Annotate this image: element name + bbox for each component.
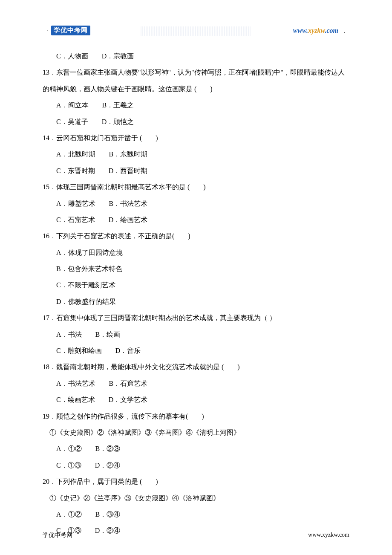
option-text: D．佛教盛行的结果 bbox=[56, 298, 116, 305]
question-19: 19．顾恺之创作的作品很多，流传下来的摹本有( ) bbox=[43, 408, 349, 425]
question-18-option-row: A．书法艺术 B．石窟艺术 bbox=[43, 376, 349, 392]
option-text: A．①② bbox=[56, 511, 82, 518]
url-part-domain: xyzkw bbox=[308, 27, 325, 34]
option-text: C．绘画艺术 bbox=[56, 396, 95, 403]
logo-text: 学优中考网 bbox=[51, 26, 90, 35]
logo-bullet-icon: · bbox=[47, 27, 49, 35]
question-15-option-row: C．石窟艺术 D．绘画艺术 bbox=[43, 212, 349, 228]
footer-left: 学优中考网 bbox=[43, 532, 72, 539]
option-text: C．石窟艺术 bbox=[56, 216, 95, 223]
question-13: 13．东晋一位画家主张画人物要"以形写神"，认为"传神写照，正在阿堵(眼睛)中"… bbox=[43, 64, 349, 97]
option-text: D．音乐 bbox=[115, 347, 141, 354]
question-14-option-row: A．北魏时期 B．东魏时期 bbox=[43, 146, 349, 162]
question-16-option-row: D．佛教盛行的结果 bbox=[43, 294, 349, 310]
question-16-option-row: C．不限于雕刻艺术 bbox=[43, 277, 349, 293]
option-text: B．书法艺术 bbox=[109, 200, 148, 207]
question-18-option-row: C．绘画艺术 D．文学艺术 bbox=[43, 392, 349, 408]
question-16: 16．下列关于石窟艺术的表述，不正确的是( ) bbox=[43, 228, 349, 244]
question-14-option-row: C．东晋时期 D．西晋时期 bbox=[43, 163, 349, 179]
question-19-option-row: C．①③ D．②④ bbox=[43, 457, 349, 474]
option-c: C．人物画 bbox=[56, 52, 88, 60]
question-20-option-row: A．①② B．③④ bbox=[43, 506, 349, 523]
question-13-option-row: C．吴道子 D．顾恺之 bbox=[43, 114, 349, 130]
site-url: www.xyzkw.com . bbox=[293, 27, 345, 35]
option-text: B．②③ bbox=[95, 445, 121, 452]
url-part-tld: .com bbox=[325, 27, 338, 34]
option-text: B．石窟艺术 bbox=[109, 380, 148, 387]
option-text: A．体现了田园诗意境 bbox=[56, 249, 123, 256]
option-d: D．宗教画 bbox=[102, 52, 134, 60]
option-text: C．东晋时期 bbox=[56, 167, 95, 174]
option-text: A．①② bbox=[56, 445, 82, 452]
option-text: B．东魏时期 bbox=[109, 150, 148, 158]
option-text: B．包含外来艺术特色 bbox=[56, 265, 122, 272]
question-15: 15．体现三国两晋南北朝时期最高艺术水平的是 ( ) bbox=[43, 179, 349, 195]
page-footer: 学优中考网 www.xyzkw.com bbox=[43, 532, 349, 539]
option-text: C．吴道子 bbox=[56, 118, 88, 125]
option-text: D．西晋时期 bbox=[109, 167, 148, 174]
question-20: 20．下列作品中，属于同类的是 ( ) bbox=[43, 474, 349, 490]
question-17-option-row: C．雕刻和绘画 D．音乐 bbox=[43, 343, 349, 359]
site-logo: · 学优中考网 bbox=[47, 26, 90, 35]
question-16-option-row: A．体现了田园诗意境 bbox=[43, 245, 349, 261]
footer-right: www.xyzkw.com bbox=[308, 532, 349, 539]
option-text: B．绘画 bbox=[95, 331, 121, 338]
exam-content: C．人物画 D．宗教画 13．东晋一位画家主张画人物要"以形写神"，认为"传神写… bbox=[43, 48, 349, 539]
option-text: A．雕塑艺术 bbox=[56, 200, 95, 207]
question-17: 17．石窟集中体现了三国两晋南北朝时期杰出的艺术成就，其主要表现为（ ） bbox=[43, 310, 349, 326]
option-text: C．雕刻和绘画 bbox=[56, 347, 102, 354]
question-13-option-row: A．阎立本 B．王羲之 bbox=[43, 97, 349, 113]
option-text: C．不限于雕刻艺术 bbox=[56, 281, 115, 289]
question-16-option-row: B．包含外来艺术特色 bbox=[43, 261, 349, 277]
option-text: A．阎立本 bbox=[56, 101, 89, 109]
url-trail-dot: . bbox=[343, 27, 345, 34]
option-text: D．绘画艺术 bbox=[109, 216, 148, 223]
option-text: A．书法 bbox=[56, 331, 82, 338]
url-part-www: www. bbox=[293, 27, 308, 34]
question-19-option-row: A．①② B．②③ bbox=[43, 441, 349, 457]
question-17-option-row: A．书法 B．绘画 bbox=[43, 327, 349, 343]
option-text: A．书法艺术 bbox=[56, 380, 95, 387]
page: · 学优中考网 www.xyzkw.com . C．人物画 D．宗教画 13．东… bbox=[0, 0, 392, 555]
orphan-option-row: C．人物画 D．宗教画 bbox=[43, 48, 349, 64]
option-text: B．王羲之 bbox=[102, 101, 134, 109]
option-text: A．北魏时期 bbox=[56, 150, 95, 158]
option-text: B．③④ bbox=[95, 511, 121, 518]
option-text: D．文学艺术 bbox=[109, 396, 148, 403]
option-text: D．顾恺之 bbox=[102, 118, 134, 125]
question-20-subitems: ①《史记》②《兰亭序》③《女史箴图》④《洛神赋图》 bbox=[43, 490, 349, 506]
page-header: · 学优中考网 www.xyzkw.com . bbox=[43, 26, 349, 35]
question-14: 14．云冈石窟和龙门石窟开凿于 ( ) bbox=[43, 130, 349, 146]
question-19-subitems: ①《女史箴图》②《洛神赋图》③《奔马图》④《清明上河图》 bbox=[43, 425, 349, 441]
option-text: D．②④ bbox=[95, 462, 121, 469]
question-15-option-row: A．雕塑艺术 B．书法艺术 bbox=[43, 196, 349, 212]
question-18: 18．魏晋南北朝时期，最能体现中外文化交流艺术成就的是 ( ) bbox=[43, 359, 349, 375]
option-text: C．①③ bbox=[56, 462, 81, 469]
